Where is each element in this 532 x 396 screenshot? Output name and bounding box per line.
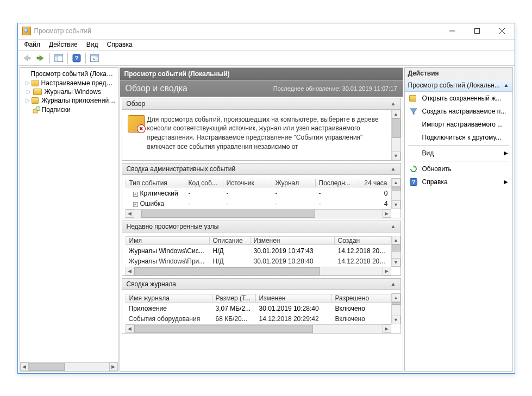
nav-forward-button[interactable] xyxy=(34,52,47,64)
log-summary-head[interactable]: Сводка журнала ▲ xyxy=(122,278,401,290)
overview-head[interactable]: Обзор ▲ xyxy=(122,98,401,110)
col-enabled[interactable]: Разрешено xyxy=(332,294,391,303)
table-row[interactable]: События оборудования 68 КБ/20... 14.12.2… xyxy=(126,314,391,324)
nav-back-button[interactable] xyxy=(20,52,33,64)
menu-view[interactable]: Вид xyxy=(82,40,103,51)
scroll-up-button[interactable]: ▲ xyxy=(392,178,400,187)
scroll-up-button[interactable]: ▲ xyxy=(392,110,400,118)
expander-icon[interactable]: ▷ xyxy=(26,89,32,95)
col-desc[interactable]: Описание xyxy=(210,236,251,245)
menu-help[interactable]: Справка xyxy=(103,40,137,51)
col-logname[interactable]: Имя журнала xyxy=(126,294,212,303)
expand-icon[interactable]: + xyxy=(133,202,138,207)
show-hide-tree-button[interactable] xyxy=(52,52,65,64)
scroll-left-button[interactable]: ◀ xyxy=(126,324,134,333)
scroll-thumb[interactable] xyxy=(392,302,400,305)
scroll-track[interactable] xyxy=(134,325,383,333)
collapse-icon[interactable]: ▲ xyxy=(504,82,509,88)
scroll-down-button[interactable]: ▼ xyxy=(392,152,400,160)
expander-icon[interactable]: ▷ xyxy=(26,97,31,104)
overview-scrollbar[interactable]: ▲ ▼ xyxy=(391,110,400,160)
collapse-icon[interactable]: ▲ xyxy=(391,223,396,229)
scroll-up-button[interactable]: ▲ xyxy=(392,293,400,302)
scroll-track[interactable] xyxy=(134,210,383,218)
col-type[interactable]: Тип события xyxy=(126,179,185,187)
collapse-icon[interactable]: ▲ xyxy=(391,166,396,172)
scroll-track[interactable] xyxy=(392,118,400,152)
scroll-thumb[interactable] xyxy=(134,325,313,333)
table-row[interactable]: +Критический - - - - 0 xyxy=(126,188,391,199)
col-code[interactable]: Код соб... xyxy=(185,179,223,187)
admin-v-scrollbar[interactable]: ▲ ▼ xyxy=(391,178,400,209)
scroll-track[interactable] xyxy=(392,302,400,316)
scroll-right-button[interactable]: ▶ xyxy=(383,324,391,333)
scroll-thumb[interactable] xyxy=(29,363,65,371)
minimize-button[interactable] xyxy=(440,23,465,39)
col-24h[interactable]: 24 часа xyxy=(359,179,391,187)
action-connect-remote[interactable]: Подключиться к другому... xyxy=(405,131,512,144)
scroll-down-button[interactable]: ▼ xyxy=(392,258,400,267)
action-help[interactable]: ? Справка ▶ xyxy=(405,175,512,188)
table-row[interactable]: Приложение 3,07 МБ/2... 30.01.2019 10:28… xyxy=(126,304,391,314)
tree-item-app-logs[interactable]: ▷ Журналы приложений и служб xyxy=(20,96,118,105)
scroll-right-button[interactable]: ▶ xyxy=(383,209,391,218)
menu-action[interactable]: Действие xyxy=(45,40,82,51)
menu-file[interactable]: Файл xyxy=(20,40,45,51)
expander-icon[interactable]: ▷ xyxy=(26,80,30,86)
col-created[interactable]: Создан xyxy=(335,236,391,245)
col-size[interactable]: Размер (Т... xyxy=(212,294,256,303)
col-mod[interactable]: Изменен xyxy=(256,294,332,303)
scroll-left-button[interactable]: ◀ xyxy=(126,209,134,218)
scroll-thumb[interactable] xyxy=(134,267,321,275)
scroll-up-button[interactable]: ▲ xyxy=(392,236,400,244)
scroll-down-button[interactable]: ▼ xyxy=(392,316,400,324)
scroll-right-button[interactable]: ▶ xyxy=(109,362,118,371)
tree-item-subscriptions[interactable]: Подписки xyxy=(20,105,118,115)
log-v-scrollbar[interactable]: ▲ ▼ xyxy=(391,293,400,324)
table-row[interactable]: +Ошибка - - - - 4 xyxy=(126,199,391,209)
action-create-custom-view[interactable]: Создать настраиваемое п... xyxy=(405,105,512,118)
collapse-icon[interactable]: ▲ xyxy=(391,281,396,287)
help-button[interactable]: ? xyxy=(70,52,83,64)
admin-h-scrollbar[interactable]: ◀ ▶ xyxy=(126,209,391,218)
close-button[interactable] xyxy=(490,23,515,39)
scroll-track[interactable] xyxy=(392,187,400,200)
scroll-thumb[interactable] xyxy=(392,244,400,252)
table-row[interactable]: Журналы Windows\При... Н/Д 30.01.2019 10… xyxy=(126,256,391,267)
action-view[interactable]: Вид ▶ xyxy=(405,147,512,160)
tree-root[interactable]: Просмотр событий (Локальный) xyxy=(20,69,118,79)
col-mod[interactable]: Изменен xyxy=(251,236,335,245)
maximize-button[interactable] xyxy=(465,23,490,39)
scroll-track[interactable] xyxy=(392,244,400,258)
action-open-saved-log[interactable]: Открыть сохраненный ж... xyxy=(405,92,512,105)
scroll-thumb[interactable] xyxy=(141,210,315,218)
table-row[interactable]: Журналы Windows\Сис... Н/Д 30.01.2019 10… xyxy=(126,246,391,256)
cell: - xyxy=(185,200,223,208)
scroll-down-button[interactable]: ▼ xyxy=(392,200,400,209)
recent-h-scrollbar[interactable]: ◀ ▶ xyxy=(126,267,391,275)
action-pane-button[interactable] xyxy=(88,52,101,64)
col-source[interactable]: Источник xyxy=(223,179,272,187)
scroll-thumb[interactable] xyxy=(392,118,400,139)
action-refresh[interactable]: Обновить xyxy=(405,162,512,175)
admin-summary-head[interactable]: Сводка административных событий ▲ xyxy=(122,163,401,175)
log-h-scrollbar[interactable]: ◀ ▶ xyxy=(126,324,391,333)
scroll-track[interactable] xyxy=(134,267,383,275)
scroll-left-button[interactable]: ◀ xyxy=(20,362,29,371)
col-name[interactable]: Имя xyxy=(126,236,210,245)
tree-h-scrollbar[interactable]: ◀ ▶ xyxy=(20,362,118,371)
scroll-thumb[interactable] xyxy=(392,187,400,192)
recent-v-scrollbar[interactable]: ▲ ▼ xyxy=(391,236,400,267)
scroll-left-button[interactable]: ◀ xyxy=(126,267,134,275)
tree-item-custom-views[interactable]: ▷ Настраиваемые представления xyxy=(20,79,118,87)
col-last[interactable]: Последн... xyxy=(316,179,359,187)
expand-icon[interactable]: + xyxy=(133,192,138,197)
recent-head[interactable]: Недавно просмотренные узлы ▲ xyxy=(122,221,401,232)
actions-group-header[interactable]: Просмотр событий (Локальн... ▲ xyxy=(405,79,512,92)
collapse-icon[interactable]: ▲ xyxy=(391,100,396,106)
scroll-right-button[interactable]: ▶ xyxy=(383,267,391,275)
col-log[interactable]: Журнал xyxy=(272,179,316,187)
tree-item-windows-logs[interactable]: ▷ Журналы Windows xyxy=(20,87,118,96)
scroll-track[interactable] xyxy=(29,363,109,371)
action-import-custom-view[interactable]: Импорт настраиваемого ... xyxy=(405,118,512,131)
